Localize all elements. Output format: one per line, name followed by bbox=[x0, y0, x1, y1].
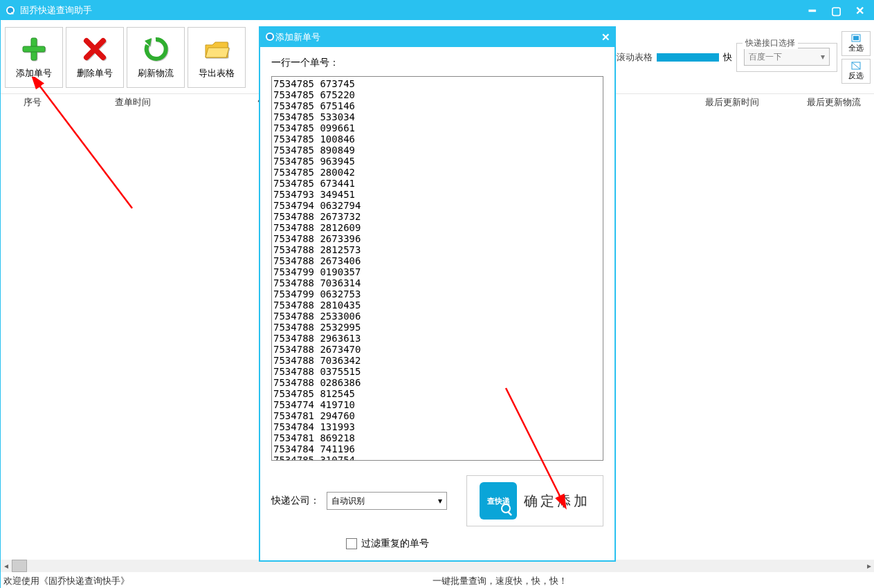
select-all-button[interactable]: 全选 bbox=[841, 31, 871, 56]
minimize-icon[interactable]: ━ bbox=[807, 5, 818, 16]
window-titlebar: 固乔快递查询助手 ━ ▢ ✕ bbox=[1, 1, 874, 20]
add-tracking-button[interactable]: 添加单号 bbox=[5, 27, 63, 88]
chevron-down-icon: ▾ bbox=[438, 496, 442, 506]
maximize-icon[interactable]: ▢ bbox=[830, 5, 841, 16]
close-icon[interactable]: ✕ bbox=[854, 5, 865, 16]
refresh-icon bbox=[142, 35, 170, 63]
invert-select-icon bbox=[851, 62, 861, 70]
delete-tracking-label: 删除单号 bbox=[77, 67, 113, 80]
folder-icon bbox=[203, 35, 230, 63]
chevron-down-icon: ▾ bbox=[821, 52, 825, 62]
status-right: 一键批量查询，速度快，快，快！ bbox=[433, 575, 874, 587]
confirm-add-label: 确定添加 bbox=[524, 492, 590, 511]
col-last-update: 最后更新时间 bbox=[671, 96, 794, 109]
query-progress bbox=[657, 53, 719, 62]
invert-select-button[interactable]: 反选 bbox=[841, 59, 871, 84]
interface-group: 快递接口选择 百度一下 ▾ bbox=[736, 43, 837, 72]
dialog-close-icon[interactable]: ✕ bbox=[601, 31, 610, 44]
search-package-icon: 查快递 bbox=[480, 482, 517, 520]
interface-value: 百度一下 bbox=[749, 51, 782, 63]
filter-dup-checkbox[interactable] bbox=[346, 538, 357, 549]
svg-rect-4 bbox=[23, 46, 45, 52]
col-last-track: 最后更新物流 bbox=[794, 96, 874, 109]
window-title: 固乔快递查询助手 bbox=[20, 4, 807, 17]
scroll-left-icon[interactable]: ◂ bbox=[1, 560, 12, 571]
horizontal-scrollbar[interactable]: ◂ ▸ bbox=[1, 560, 874, 572]
status-left: 欢迎使用《固乔快递查询快手》 bbox=[1, 575, 433, 587]
dialog-title: 添加新单号 bbox=[275, 31, 601, 44]
select-all-label: 全选 bbox=[848, 43, 864, 53]
svg-rect-11 bbox=[507, 511, 512, 516]
refresh-label: 刷新物流 bbox=[138, 67, 174, 80]
speed-label: 快 bbox=[723, 51, 732, 64]
export-label: 导出表格 bbox=[199, 67, 235, 80]
interface-select[interactable]: 百度一下 ▾ bbox=[744, 48, 830, 66]
interface-legend: 快递接口选择 bbox=[743, 37, 798, 49]
dialog-titlebar: 添加新单号 ✕ bbox=[260, 28, 614, 47]
add-tracking-label: 添加单号 bbox=[16, 67, 52, 80]
app-icon bbox=[5, 5, 16, 16]
x-icon bbox=[81, 35, 109, 63]
filter-dup-label: 过滤重复的单号 bbox=[361, 538, 429, 550]
delete-tracking-button[interactable]: 删除单号 bbox=[66, 27, 124, 88]
company-label: 快递公司： bbox=[271, 495, 320, 507]
select-all-icon bbox=[851, 34, 861, 42]
dialog-hint: 一行一个单号： bbox=[271, 57, 603, 69]
dialog-app-icon bbox=[264, 31, 275, 44]
confirm-add-button[interactable]: 查快递 确定添加 bbox=[466, 475, 603, 526]
company-value: 自动识别 bbox=[331, 495, 365, 507]
export-button[interactable]: 导出表格 bbox=[188, 27, 246, 88]
status-bar: 欢迎使用《固乔快递查询快手》 一键批量查询，速度快，快，快！ bbox=[1, 573, 874, 588]
col-query-time: 查单时间 bbox=[65, 96, 201, 109]
company-select[interactable]: 自动识别 ▾ bbox=[327, 492, 447, 510]
plus-icon bbox=[20, 35, 48, 63]
refresh-button[interactable]: 刷新物流 bbox=[127, 27, 185, 88]
svg-rect-6 bbox=[853, 36, 859, 40]
scroll-thumb[interactable] bbox=[12, 560, 27, 572]
add-tracking-dialog: 添加新单号 ✕ 一行一个单号： 快递公司： 自动识别 ▾ 查快递 确定添加 bbox=[260, 27, 615, 561]
scroll-right-icon[interactable]: ▸ bbox=[864, 560, 874, 571]
col-index: 序号 bbox=[1, 96, 65, 109]
invert-select-label: 反选 bbox=[848, 71, 864, 81]
svg-point-9 bbox=[267, 34, 273, 39]
tracking-input[interactable] bbox=[271, 76, 603, 461]
